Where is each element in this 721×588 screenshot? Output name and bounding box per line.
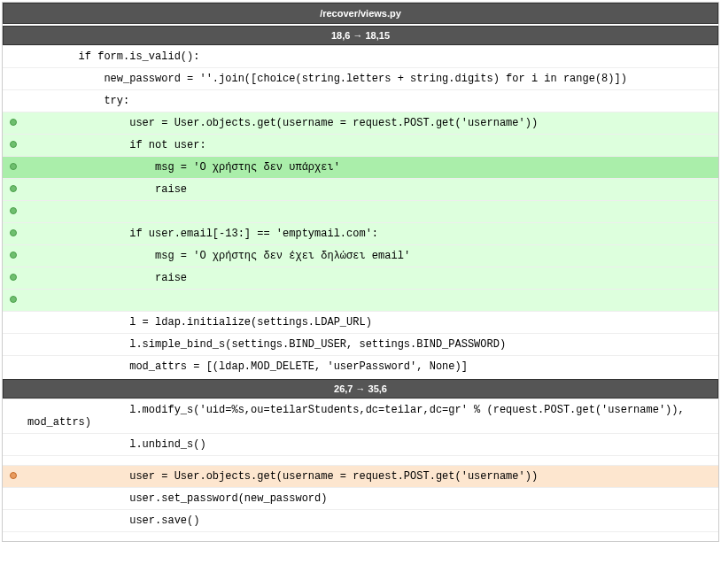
diff-gutter [3, 267, 24, 290]
diff-line: if form.is_valid(): [3, 46, 718, 68]
diff-content [24, 456, 718, 466]
diff-gutter [3, 223, 24, 245]
diff-content [24, 532, 718, 542]
diff-content [24, 290, 718, 312]
hunk-header: 18,6 → 18,15 [3, 26, 718, 45]
diff-line: new_password = ''.join([choice(string.le… [3, 68, 718, 90]
diff-content: l.unbind_s() [24, 434, 718, 456]
diff-gutter [3, 434, 24, 456]
diff-content: msg = 'Ο χρήστης δεν υπάρχει' [24, 157, 718, 179]
diff-gutter [3, 488, 24, 510]
diff-line: user.save() [3, 510, 718, 532]
diff-gutter [3, 466, 24, 488]
diff-gutter [3, 356, 24, 378]
diff-content: mod_attrs = [(ldap.MOD_DELETE, 'userPass… [24, 356, 718, 378]
hunks-host: 18,6 → 18,15 if form.is_valid(): new_pas… [3, 26, 718, 541]
plus-icon [10, 251, 17, 259]
diff-content: l.simple_bind_s(settings.BIND_USER, sett… [24, 334, 718, 356]
diff-content: l = ldap.initialize(settings.LDAP_URL) [24, 312, 718, 334]
diff-gutter [3, 290, 24, 312]
diff-content: user.save() [24, 510, 718, 532]
diff-gutter [3, 90, 24, 112]
diff-line: l.simple_bind_s(settings.BIND_USER, sett… [3, 334, 718, 356]
diff-line: msg = 'Ο χρήστης δεν έχει δηλώσει email' [3, 245, 718, 267]
diff-line [3, 290, 718, 312]
diff-line [3, 532, 718, 542]
diff-gutter [3, 245, 24, 267]
diff-gutter [3, 201, 24, 223]
diff-line: raise [3, 267, 718, 290]
diff-line: user = User.objects.get(username = reque… [3, 466, 718, 488]
diff-content: if user.email[-13:] == 'emptymail.com': [24, 223, 718, 245]
plus-icon [10, 296, 17, 303]
diff-gutter [3, 510, 24, 532]
diff-line: msg = 'Ο χρήστης δεν υπάρχει' [3, 157, 718, 179]
diff-gutter [3, 334, 24, 356]
diff-gutter [3, 68, 24, 90]
diff-content: msg = 'Ο χρήστης δεν έχει δηλώσει email' [24, 245, 718, 267]
diff-content: user.set_password(new_password) [24, 488, 718, 510]
diff-gutter [3, 399, 24, 434]
plus-icon [10, 141, 17, 148]
plus-icon [10, 229, 17, 236]
diff-content: l.modify_s('uid=%s,ou=teilarStudents,dc=… [24, 399, 718, 434]
diff-line: raise [3, 179, 718, 201]
diff-content: raise [24, 267, 718, 290]
diff-content: user = User.objects.get(username = reque… [24, 112, 718, 135]
diff-line [3, 201, 718, 223]
plus-icon [10, 207, 17, 214]
diff-gutter [3, 46, 24, 68]
diff-container: /recover/views.py 18,6 → 18,15 if form.i… [2, 2, 719, 542]
diff-line: user.set_password(new_password) [3, 488, 718, 510]
plus-icon [10, 163, 17, 170]
diff-line: l = ldap.initialize(settings.LDAP_URL) [3, 312, 718, 334]
diff-line [3, 456, 718, 466]
diff-line: try: [3, 90, 718, 112]
diff-gutter [3, 112, 24, 135]
diff-content: raise [24, 179, 718, 201]
minus-icon [10, 472, 17, 479]
diff-content: if form.is_valid(): [24, 46, 718, 68]
hunk-header: 26,7 → 35,6 [3, 379, 718, 398]
diff-gutter [3, 135, 24, 157]
diff-gutter [3, 532, 24, 542]
file-header: /recover/views.py [3, 3, 718, 24]
diff-content: new_password = ''.join([choice(string.le… [24, 68, 718, 90]
diff-gutter [3, 456, 24, 466]
diff-table: if form.is_valid(): new_password = ''.jo… [3, 45, 718, 377]
diff-line: mod_attrs = [(ldap.MOD_DELETE, 'userPass… [3, 356, 718, 378]
plus-icon [10, 185, 17, 192]
diff-gutter [3, 157, 24, 179]
plus-icon [10, 274, 17, 281]
diff-line: if not user: [3, 135, 718, 157]
diff-line: user = User.objects.get(username = reque… [3, 112, 718, 135]
diff-content [24, 201, 718, 223]
diff-line: if user.email[-13:] == 'emptymail.com': [3, 223, 718, 245]
diff-line: l.unbind_s() [3, 434, 718, 456]
diff-gutter [3, 312, 24, 334]
diff-table: l.modify_s('uid=%s,ou=teilarStudents,dc=… [3, 398, 718, 541]
diff-content: try: [24, 90, 718, 112]
plus-icon [10, 119, 17, 126]
diff-gutter [3, 179, 24, 201]
diff-content: if not user: [24, 135, 718, 157]
diff-line: l.modify_s('uid=%s,ou=teilarStudents,dc=… [3, 399, 718, 434]
diff-content: user = User.objects.get(username = reque… [24, 466, 718, 488]
